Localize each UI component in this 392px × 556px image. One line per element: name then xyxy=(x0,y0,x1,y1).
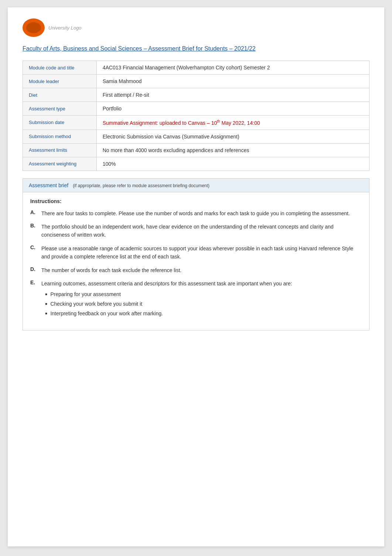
submission-date-value: 10th May 2022, 14:00 xyxy=(211,120,260,126)
table-row: Submission dateSummative Assignment: upl… xyxy=(23,116,369,130)
sub-item-text: Interpreting feedback on your work after… xyxy=(50,310,163,318)
instruction-letter: A. xyxy=(30,209,38,217)
row-label: Submission date xyxy=(23,116,97,130)
instruction-letter: E. xyxy=(30,279,38,319)
instruction-letter: B. xyxy=(30,223,38,239)
row-value: Electronic Submission via Canvas (Summat… xyxy=(97,130,369,143)
svg-rect-2 xyxy=(28,27,39,28)
table-row: Assessment typePortfolio xyxy=(23,102,369,116)
instruction-item: A.There are four tasks to complete. Plea… xyxy=(30,209,362,217)
row-value: First attempt / Re-sit xyxy=(97,88,369,102)
university-logo xyxy=(23,18,45,37)
instruction-letter: D. xyxy=(30,266,38,274)
row-value: 4AC013 Financial Management (Wolverhampt… xyxy=(97,61,369,75)
sub-item-text: Preparing for your assessment xyxy=(50,291,121,298)
instructions-title: Instructions: xyxy=(30,198,362,204)
assessment-brief-note: (if appropriate, please refer to module … xyxy=(73,183,209,188)
instruction-text: There are four tasks to complete. Please… xyxy=(41,209,350,217)
row-label: Diet xyxy=(23,88,97,102)
svg-point-0 xyxy=(28,22,39,34)
table-row: Assessment limitsNo more than 4000 words… xyxy=(23,143,369,157)
instruction-text: The number of words for each task exclud… xyxy=(41,266,182,274)
row-label: Assessment type xyxy=(23,102,97,116)
submission-link-text: Summative Assignment: uploaded to Canvas… xyxy=(103,120,211,126)
row-label: Module code and title xyxy=(23,61,97,75)
svg-point-1 xyxy=(30,24,37,31)
instruction-sub-list: ▪Preparing for your assessment▪Checking … xyxy=(45,291,292,318)
logo-text: University Logo xyxy=(48,25,82,31)
row-value: Portfolio xyxy=(97,102,369,116)
assessment-brief-row: Assessment brief (if appropriate, please… xyxy=(23,178,369,192)
row-label: Assessment weighting xyxy=(23,157,97,171)
table-row: Module leaderSamia Mahmood xyxy=(23,75,369,88)
instruction-text: The portfolio should be an independent w… xyxy=(41,223,362,239)
row-label: Assessment limits xyxy=(23,143,97,157)
table-row: Submission methodElectronic Submission v… xyxy=(23,130,369,143)
sub-item-text: Checking your work before you submit it xyxy=(50,300,142,308)
row-value: No more than 4000 words excluding append… xyxy=(97,143,369,157)
logo-area: University Logo xyxy=(23,18,369,37)
page-title: Faculty of Arts, Business and Social Sci… xyxy=(23,44,369,53)
table-row: Assessment weighting100% xyxy=(23,157,369,171)
row-value: Summative Assignment: uploaded to Canvas… xyxy=(97,116,369,130)
instruction-item: E.Learning outcomes, assessment criteria… xyxy=(30,279,362,319)
info-table: Module code and title4AC013 Financial Ma… xyxy=(23,61,369,171)
table-row: Module code and title4AC013 Financial Ma… xyxy=(23,61,369,75)
sub-bullet-icon: ▪ xyxy=(45,291,47,299)
row-value: 100% xyxy=(97,157,369,171)
page-container: University Logo Faculty of Arts, Busines… xyxy=(8,7,384,546)
assessment-brief-label: Assessment brief xyxy=(29,182,68,188)
sub-list-item: ▪Preparing for your assessment xyxy=(45,291,292,299)
instruction-text: Please use a reasonable range of academi… xyxy=(41,244,362,261)
sub-list-item: ▪Checking your work before you submit it xyxy=(45,300,292,308)
instruction-item: C.Please use a reasonable range of acade… xyxy=(30,244,362,261)
instructions-list: A.There are four tasks to complete. Plea… xyxy=(30,209,362,319)
sub-list-item: ▪Interpreting feedback on your work afte… xyxy=(45,310,292,318)
sub-bullet-icon: ▪ xyxy=(45,310,47,318)
instruction-item: B.The portfolio should be an independent… xyxy=(30,223,362,239)
instructions-section: Instructions: A.There are four tasks to … xyxy=(23,192,369,331)
sub-bullet-icon: ▪ xyxy=(45,300,47,308)
instruction-text: Learning outcomes, assessment criteria a… xyxy=(41,279,292,319)
row-value: Samia Mahmood xyxy=(97,75,369,88)
table-row: DietFirst attempt / Re-sit xyxy=(23,88,369,102)
row-label: Module leader xyxy=(23,75,97,88)
row-label: Submission method xyxy=(23,130,97,143)
instruction-letter: C. xyxy=(30,244,38,261)
instruction-item: D.The number of words for each task excl… xyxy=(30,266,362,274)
